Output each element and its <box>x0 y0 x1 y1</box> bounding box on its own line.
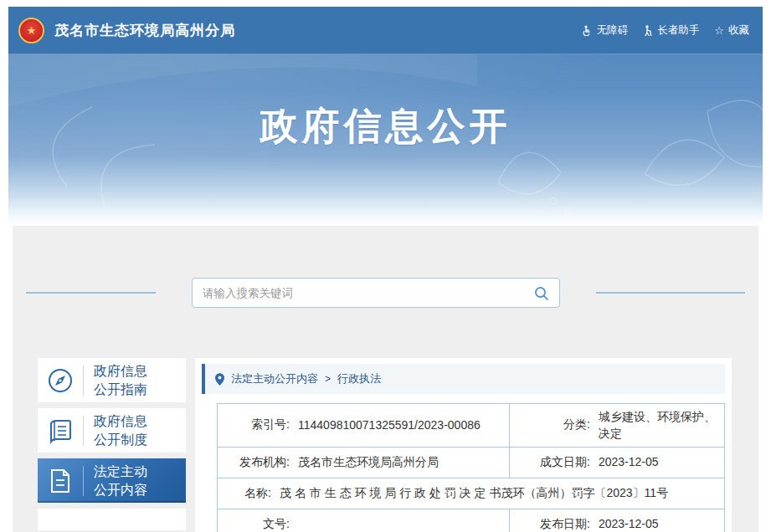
publish-agency-value: 茂名市生态环境局高州分局 <box>298 453 439 470</box>
rules-book-icon <box>38 417 83 444</box>
document-name-value: 茂 名 市 生 态 环 境 局 行 政 处 罚 决 定 书茂环（高州）罚字〔20… <box>280 484 668 501</box>
index-number-cell: 索引号: 114409810071325591/2023-00086 <box>218 404 509 447</box>
publish-date-cell: 发布日期: 2023-12-05 <box>509 509 724 532</box>
site-title[interactable]: 茂名市生态环境局高州分局 <box>54 21 235 40</box>
table-row: 索引号: 114409810071325591/2023-00086 分类: 城… <box>218 404 724 447</box>
star-icon: ☆ <box>714 25 724 36</box>
document-name-label: 名称: <box>224 486 271 501</box>
publish-date-label: 发布日期: <box>517 517 590 532</box>
sidebar-item-partial[interactable] <box>38 509 186 530</box>
compass-icon <box>38 366 83 395</box>
elder-assist-link[interactable]: 长者助手 <box>643 23 699 38</box>
breadcrumb-current: 行政执法 <box>337 371 381 386</box>
written-date-value: 2023-12-05 <box>599 453 659 470</box>
elder-assist-icon <box>643 25 653 36</box>
breadcrumb-separator: > <box>325 373 331 385</box>
index-number-label: 索引号: <box>224 417 290 432</box>
breadcrumb: 法定主动公开内容 > 行政执法 <box>202 364 725 394</box>
page-title: 政府信息公开 <box>8 101 763 151</box>
search-icon[interactable] <box>532 284 551 303</box>
sidebar-item-gov-info-guide[interactable]: 政府信息 公开指南 <box>38 358 186 402</box>
breadcrumb-parent[interactable]: 法定主动公开内容 <box>231 371 318 386</box>
header-utility-links: 无障碍 长者助手 ☆ 收藏 <box>582 23 749 38</box>
written-date-cell: 成文日期: 2023-12-05 <box>509 448 724 478</box>
table-row: 名称: 茂 名 市 生 态 环 境 局 行 政 处 罚 决 定 书茂环（高州）罚… <box>218 478 724 509</box>
written-date-label: 成文日期: <box>517 455 590 470</box>
decor-line-right <box>596 292 745 294</box>
location-pin-icon <box>215 373 224 386</box>
sidebar-item-label: 法定主动 公开内容 <box>84 463 147 498</box>
accessibility-icon <box>582 25 593 36</box>
document-meta-table: 索引号: 114409810071325591/2023-00086 分类: 城… <box>217 403 725 532</box>
search-input[interactable] <box>193 279 559 307</box>
table-row: 文号: 发布日期: 2023-12-05 <box>218 509 724 532</box>
main-panel: 政府信息 公开指南 政府信息 公开制度 <box>13 226 758 532</box>
document-number-cell: 文号: <box>218 509 509 532</box>
index-number-value: 114409810071325591/2023-00086 <box>298 417 481 433</box>
search-row <box>13 278 758 308</box>
hero-banner: ★ 茂名市生态环境局高州分局 无障碍 长者助手 ☆ <box>8 7 763 226</box>
brand: ★ 茂名市生态环境局高州分局 <box>18 18 235 43</box>
content-row: 政府信息 公开指南 政府信息 公开制度 <box>13 358 758 532</box>
document-number-label: 文号: <box>224 517 290 532</box>
sidebar-item-label: 政府信息 公开制度 <box>84 412 147 448</box>
category-cell: 分类: 城乡建设、环境保护、决定 <box>509 404 724 447</box>
document-icon <box>38 468 83 494</box>
search-box <box>192 278 560 308</box>
sidebar-item-gov-info-rules[interactable]: 政府信息 公开制度 <box>38 408 186 453</box>
publish-agency-label: 发布机构: <box>224 455 290 470</box>
sidebar-item-label: 政府信息 公开指南 <box>84 362 147 397</box>
national-emblem-logo: ★ <box>18 18 44 43</box>
table-row: 发布机构: 茂名市生态环境局高州分局 成文日期: 2023-12-05 <box>218 447 724 478</box>
publish-date-value: 2023-12-05 <box>599 515 659 532</box>
decor-line-left <box>26 292 156 294</box>
sidebar-item-statutory-disclosure[interactable]: 法定主动 公开内容 <box>38 458 186 503</box>
detail-card: 法定主动公开内容 > 行政执法 索引号: 114409810071325591/… <box>195 358 732 532</box>
sidebar: 政府信息 公开指南 政府信息 公开制度 <box>38 358 186 530</box>
publish-agency-cell: 发布机构: 茂名市生态环境局高州分局 <box>218 448 509 478</box>
page: ★ 茂名市生态环境局高州分局 无障碍 长者助手 ☆ <box>0 0 771 532</box>
category-label: 分类: <box>517 417 590 432</box>
accessibility-link[interactable]: 无障碍 <box>582 23 629 38</box>
favorite-link[interactable]: ☆ 收藏 <box>714 23 749 38</box>
document-name-cell: 名称: 茂 名 市 生 态 环 境 局 行 政 处 罚 决 定 书茂环（高州）罚… <box>218 478 724 509</box>
header-bar: ★ 茂名市生态环境局高州分局 无障碍 长者助手 ☆ <box>8 7 763 54</box>
category-value: 城乡建设、环境保护、决定 <box>599 408 717 442</box>
